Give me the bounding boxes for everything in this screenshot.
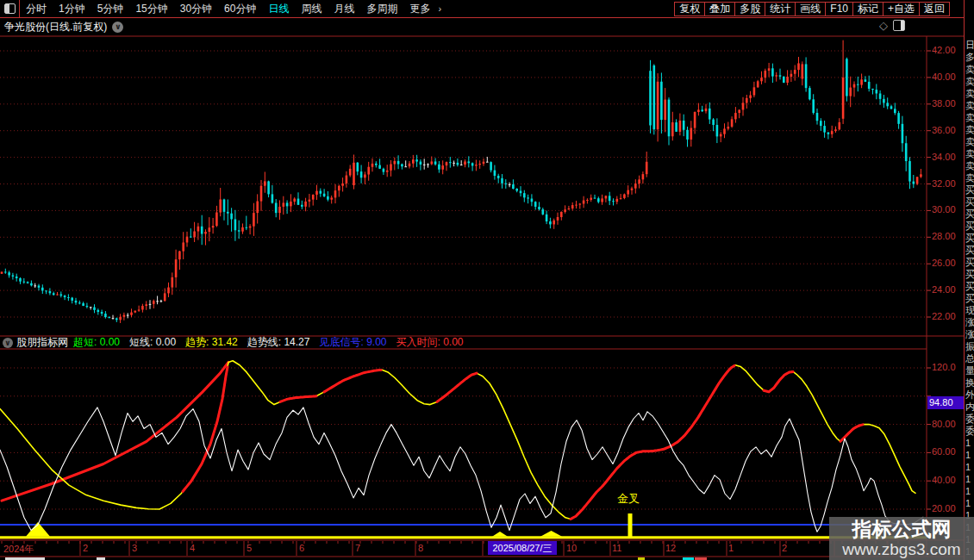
chart-title-bar: 争光股份(日线.前复权) ∨ [0,18,964,35]
panel-toggle-icon[interactable] [893,20,905,31]
indicator-header: ∨ 股朋指标网 超短: 0.00短线: 0.00趋势: 31.42趋势线: 14… [0,336,927,349]
clipped-glyph: 卖 [965,172,974,184]
indicator-name[interactable]: 股朋指标网 [16,335,68,350]
price-label: 30.00 [932,204,956,215]
clipped-glyph: 卖 [965,148,974,159]
period-tab-日线[interactable]: 日线 [262,2,295,16]
period-tab-多周期[interactable]: 多周期 [360,2,403,16]
period-tab-月线[interactable]: 月线 [328,2,360,16]
price-label: 34.00 [932,152,956,162]
indicator-field-趋势: 趋势: 31.42 [185,335,238,350]
price-label: 32.00 [932,178,956,189]
clipped-glyph: 1 [965,450,974,461]
chart-corner-icons: ◇ [879,19,905,32]
clipped-glyph: 买 [965,245,974,256]
clipped-glyph: 现 [965,305,974,316]
month-label: 8 [418,543,423,553]
date-highlight: 2025/08/27/三 [488,541,557,555]
watermark: 指标公式网 www.zbgs3.com [829,517,974,560]
clipped-glyph: 买 [965,269,974,280]
toolbar-button-返回[interactable]: 返回 [919,2,950,16]
period-tab-5分钟[interactable]: 5分钟 [91,2,130,16]
toolbar-button-+自选[interactable]: +自选 [883,2,920,16]
toolbar-button-统计[interactable]: 统计 [765,2,796,16]
toolbar-button-画线[interactable]: 画线 [795,2,826,16]
clipped-glyph: 卖 [965,136,974,147]
month-label: 4 [190,543,195,553]
month-label: 2 [782,543,787,553]
period-tab-更多[interactable]: 更多 [403,2,436,16]
clipped-glyph: 1 [965,438,974,449]
clipped-glyph: 内 [965,401,974,413]
watermark-site-url: www.zbgs3.com [842,540,960,558]
clipped-glyph: 买 [965,233,974,244]
oscillator-label: 80.00 [932,419,956,429]
clipped-glyph: 外 [965,389,974,401]
price-label: 24.00 [932,284,956,295]
more-arrow-icon[interactable]: › [436,3,443,14]
clipped-glyph: 买 [965,208,974,220]
price-label: 28.00 [932,231,956,241]
indicator-values: 超短: 0.00短线: 0.00趋势: 31.42趋势线: 14.27见底信号:… [73,335,473,350]
period-tab-30分钟[interactable]: 30分钟 [174,2,218,16]
toolbar-button-复权[interactable]: 复权 [674,2,705,16]
month-label: 2 [83,543,88,553]
period-tab-15分钟[interactable]: 15分钟 [129,2,173,16]
chevron-down-icon[interactable]: ∨ [112,22,123,33]
price-label: 22.00 [932,311,956,321]
golden-cross-label: 金叉 [617,491,640,507]
clipped-glyph: 换 [965,377,974,389]
toolbar-buttons: 复权叠加多股统计画线F10标记+自选返回 [675,2,950,16]
clipped-glyph: 总 [965,353,974,364]
clipped-glyph: 多 [965,52,974,63]
clipped-glyph: 委 [965,426,974,437]
toolbar-button-多股[interactable]: 多股 [734,2,765,16]
price-label: 38.00 [932,98,956,109]
month-label: 5 [247,543,252,553]
diamond-icon[interactable]: ◇ [879,19,888,32]
chart-canvas[interactable] [0,0,974,560]
page-title: 争光股份(日线.前复权) [4,20,107,34]
layout-toggle-button[interactable] [0,0,20,17]
clipped-glyph: 买 [965,184,974,196]
clipped-glyph: 涨 [965,317,974,328]
period-tab-1分钟[interactable]: 1分钟 [53,2,91,16]
toolbar-button-标记[interactable]: 标记 [852,2,883,16]
price-label: 40.00 [932,72,956,82]
month-label: 12 [665,543,676,553]
oscillator-label: 40.00 [932,475,956,485]
oscillator-label: 120.0 [932,362,956,372]
clipped-glyph: 卖 [965,124,974,135]
clipped-glyph: 卖 [965,100,974,111]
clipped-glyph: 委 [965,414,974,425]
clipped-glyph: 卖 [965,112,974,123]
month-label: 6 [299,543,304,553]
price-label: 42.00 [932,45,956,55]
clipped-glyph: 卖 [965,64,974,75]
clipped-glyph: 1 [965,474,974,485]
indicator-field-见底信号: 见底信号: 9.00 [319,335,386,350]
indicator-field-买入时间: 买入时间: 0.00 [396,335,464,350]
clipped-glyph: 卖 [965,160,974,171]
price-label: 26.00 [932,258,956,268]
oscillator-label: 60.00 [932,446,956,457]
y-axis-value-marker: 94.80 [927,396,965,409]
clipped-glyph: 振 [965,341,974,352]
period-tabs: 分时1分钟5分钟15分钟30分钟60分钟日线周线月线多周期更多 [20,2,436,16]
month-label: 7 [355,543,360,553]
clipped-glyph: 卖 [965,76,974,87]
period-tab-分时[interactable]: 分时 [20,2,53,16]
toolbar-button-叠加[interactable]: 叠加 [704,2,735,16]
indicator-field-超短: 超短: 0.00 [73,335,120,350]
clipped-glyph: 1 [965,498,974,509]
clipped-glyph: 买 [965,196,974,208]
clipped-glyph: 买 [965,281,974,292]
period-tab-周线[interactable]: 周线 [295,2,328,16]
chevron-down-icon[interactable]: ∨ [3,338,13,348]
collapsed-quote-panel-edge[interactable]: 日多卖卖卖卖卖卖卖卖卖卖买买买买买买买买买买现涨涨振总量换外内委委1111111… [964,0,974,560]
clipped-glyph: 1 [965,462,974,473]
price-label: 36.00 [932,125,956,135]
period-tab-60分钟[interactable]: 60分钟 [218,2,262,16]
month-label: 1 [728,543,734,553]
toolbar-button-F10[interactable]: F10 [825,2,853,16]
